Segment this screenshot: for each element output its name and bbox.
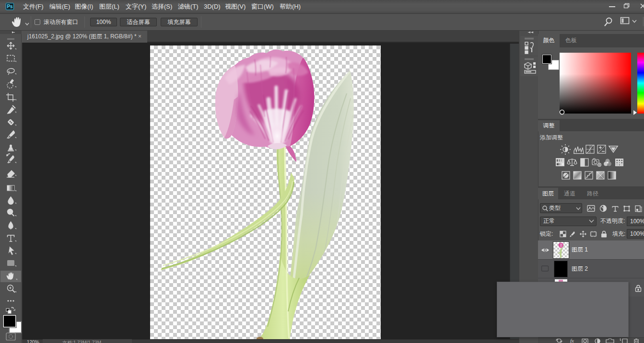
svg-text:fx: fx bbox=[570, 338, 574, 343]
